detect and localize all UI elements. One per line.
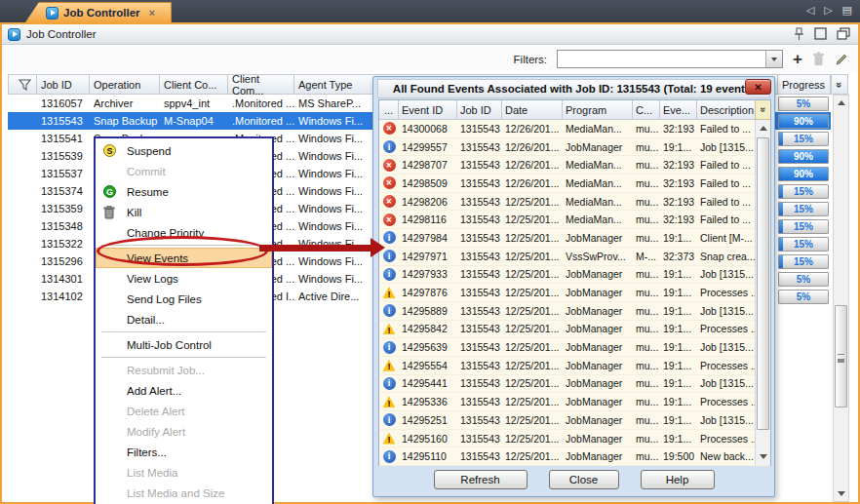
event-description-cell: Snap crea...	[697, 251, 756, 262]
event-row[interactable]: 14295842 1315543 12/25/201... JobManager…	[379, 321, 770, 339]
add-filter-icon[interactable]: +	[793, 53, 802, 66]
menu-item-delete-alert: Delete Alert	[96, 401, 272, 421]
event-row[interactable]: 14295639 1315543 12/25/201... JobManager…	[379, 338, 770, 357]
menu-item-send-log-files[interactable]: Send Log Files	[96, 289, 272, 309]
event-date-column-header[interactable]: Date	[502, 100, 563, 120]
event-job-id-column-header[interactable]: Job ID	[457, 100, 502, 120]
event-row[interactable]: 14295889 1315543 12/25/201... JobManager…	[379, 302, 770, 321]
event-computer-column-header[interactable]: C...	[633, 100, 660, 120]
tab-list-icon[interactable]: ▤	[842, 4, 852, 17]
column-header-client-co[interactable]: Client Co...	[160, 74, 228, 95]
jobs-column-chooser-icon[interactable]: »	[831, 74, 848, 95]
jobs-scrollbar[interactable]	[833, 95, 849, 502]
jobs-scrollbar-thumb[interactable]	[835, 305, 847, 407]
event-program-cell: VssSwProv...	[563, 251, 633, 262]
event-severity-cell	[379, 140, 399, 153]
menu-item-add-alert[interactable]: Add Alert...	[96, 380, 272, 401]
event-row[interactable]: 14299557 1315543 12/26/201... JobManager…	[379, 138, 770, 157]
event-job-id-cell: 1315543	[457, 360, 502, 371]
event-description-column-header[interactable]: Description	[697, 100, 756, 120]
filters-combobox[interactable]	[557, 50, 783, 68]
event-job-id-cell: 1315543	[457, 341, 502, 353]
event-id-column-header[interactable]: Event ID	[399, 100, 457, 120]
menu-item-view-logs[interactable]: View Logs	[96, 268, 272, 289]
scroll-down-icon[interactable]	[757, 450, 769, 463]
progress-label: 5%	[779, 291, 828, 303]
job-progress-cell: 15%	[778, 235, 831, 252]
event-row[interactable]: 14297971 1315543 12/25/201... VssSwProv.…	[379, 248, 770, 266]
severity-icon	[383, 323, 396, 334]
event-date-cell: 12/25/201...	[502, 196, 563, 208]
progress-label: 5%	[779, 97, 828, 110]
pin-icon[interactable]	[794, 27, 804, 41]
close-button[interactable]: Close	[549, 470, 619, 489]
tab-next-icon[interactable]: ▷	[824, 4, 832, 17]
menu-item-multi-job-control[interactable]: Multi-Job Control	[96, 334, 272, 355]
event-computer-cell: mu...	[633, 396, 660, 407]
event-description-cell: Job [1315...	[697, 377, 756, 389]
event-row[interactable]: 14297933 1315543 12/25/201... JobManager…	[379, 266, 770, 285]
maximize-icon[interactable]	[814, 27, 827, 40]
tab-job-controller[interactable]: Job Controller ×	[25, 2, 172, 22]
event-row[interactable]: 14295110 1315543 12/25/201... JobManager…	[379, 447, 770, 466]
events-dialog-title: All Found Events Associated with Job ID:…	[378, 83, 769, 95]
event-row[interactable]: 14298707 1315543 12/26/201... MediaMan..…	[379, 156, 770, 174]
event-description-cell: Job [1315...	[697, 341, 756, 353]
help-button[interactable]: Help	[641, 470, 715, 489]
event-row[interactable]: 14295336 1315543 12/25/201... JobManager…	[379, 393, 770, 411]
event-code-cell: 19:1...	[660, 341, 697, 353]
event-program-cell: JobManager	[563, 341, 633, 353]
event-row[interactable]: 14295251 1315543 12/25/201... JobManager…	[379, 411, 770, 430]
event-row[interactable]: 14297984 1315543 12/25/201... JobManager…	[379, 229, 770, 248]
column-header-client-com[interactable]: Client Com...	[228, 74, 294, 95]
column-header-progress[interactable]: Progress	[778, 74, 831, 95]
menu-item-filters[interactable]: Filters...	[96, 442, 272, 462]
event-description-cell: Processes ...	[697, 360, 756, 371]
dialog-close-icon[interactable]: ✕	[745, 79, 771, 95]
menu-item-kill[interactable]: Kill	[96, 202, 272, 222]
event-row[interactable]: 14298509 1315543 12/26/201... MediaMan..…	[379, 174, 770, 193]
tab-close-icon[interactable]: ×	[149, 7, 155, 19]
job-progress-cell: 15%	[778, 217, 831, 235]
event-date-cell: 12/25/201...	[502, 396, 563, 407]
events-scrollbar[interactable]	[755, 120, 770, 465]
event-program-cell: JobManager	[563, 323, 633, 334]
scroll-down-icon[interactable]	[835, 487, 847, 500]
column-header-operation[interactable]: Operation	[90, 74, 160, 95]
progress-label: 15%	[779, 133, 828, 145]
event-row[interactable]: 14300068 1315543 12/26/201... MediaMan..…	[379, 120, 770, 138]
refresh-button[interactable]: Refresh	[434, 470, 528, 489]
event-row[interactable]: 14298116 1315543 12/25/201... MediaMan..…	[379, 211, 770, 229]
tab-prev-icon[interactable]: ◁	[806, 4, 814, 17]
event-computer-cell: mu...	[633, 213, 660, 225]
combobox-dropdown-icon[interactable]	[765, 51, 782, 67]
events-dialog-titlebar[interactable]: All Found Events Associated with Job ID:…	[377, 79, 770, 98]
job-progress-cell: 90%	[778, 112, 831, 130]
event-severity-cell	[379, 268, 399, 281]
event-row[interactable]: 14295441 1315543 12/25/201... JobManager…	[379, 375, 770, 394]
filters-combobox-value[interactable]	[558, 51, 765, 67]
column-header-job-id[interactable]: Job ID	[37, 74, 90, 95]
menu-item-suspend[interactable]: S Suspend	[96, 140, 272, 161]
scroll-up-icon[interactable]	[835, 97, 847, 109]
events-scrollbar-thumb[interactable]	[757, 137, 769, 430]
edit-filter-icon[interactable]	[835, 53, 848, 66]
event-row[interactable]: 14297876 1315543 12/25/201... JobManager…	[379, 284, 770, 302]
job-controller-icon	[8, 28, 20, 41]
events-column-chooser-icon[interactable]: »	[755, 100, 770, 120]
menu-separator	[101, 331, 266, 332]
event-severity-column-header[interactable]: ...	[379, 100, 399, 120]
pane-header: Job Controller	[2, 24, 858, 45]
filter-funnel-icon[interactable]	[8, 74, 37, 95]
event-row[interactable]: 14295160 1315543 12/25/201... JobManager…	[379, 430, 770, 448]
scroll-up-icon[interactable]	[757, 122, 769, 135]
event-row[interactable]: 14298206 1315543 12/25/201... MediaMan..…	[379, 193, 770, 212]
event-code-cell: 32:193	[660, 177, 697, 189]
event-row[interactable]: 14295554 1315543 12/25/201... JobManager…	[379, 357, 770, 375]
event-program-column-header[interactable]: Program	[563, 100, 633, 120]
event-program-cell: MediaMan...	[563, 213, 633, 225]
restore-cascade-icon[interactable]	[837, 27, 850, 40]
menu-item-detail[interactable]: Detail...	[96, 309, 272, 330]
event-code-column-header[interactable]: Eve...	[660, 100, 697, 120]
menu-item-resume[interactable]: G Resume	[96, 181, 272, 202]
